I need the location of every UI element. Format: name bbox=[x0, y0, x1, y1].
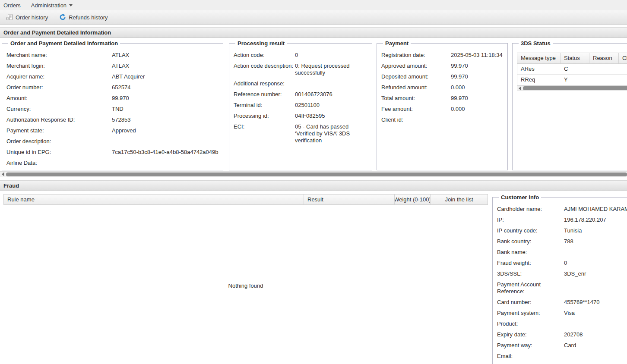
field-value: 196.178.220.207 bbox=[564, 217, 627, 223]
field-label: Client id: bbox=[381, 116, 451, 123]
field-row: IP country code:Tunisia bbox=[497, 227, 627, 234]
field-label: Total amount: bbox=[381, 95, 451, 102]
field-label: IP country code: bbox=[497, 227, 564, 234]
payment-panel: Payment Registration date:2025-05-03 11:… bbox=[377, 40, 508, 170]
fraud-col-weight[interactable]: Weight (0-100) bbox=[395, 195, 431, 204]
main-horizontal-scrollbar[interactable] bbox=[0, 171, 627, 177]
field-row: Registration date:2025-05-03 11:18:34 bbox=[381, 52, 503, 59]
payment-rows: Registration date:2025-05-03 11:18:34App… bbox=[381, 52, 503, 123]
field-label: Reference number: bbox=[234, 91, 295, 98]
cell-status: Y bbox=[560, 75, 589, 85]
field-row: Additional response: bbox=[234, 80, 367, 87]
fraud-col-result[interactable]: Result bbox=[304, 195, 395, 204]
field-row: Payment way:Card bbox=[497, 342, 627, 349]
field-value: 3DS_enr bbox=[564, 270, 627, 277]
threeds-horizontal-scrollbar[interactable] bbox=[517, 85, 627, 91]
field-row: Approved amount:99.970 bbox=[381, 63, 503, 69]
field-row: Processing id:04IF082595 bbox=[234, 113, 367, 119]
field-label: Refunded amount: bbox=[381, 84, 451, 91]
field-label: Order number: bbox=[6, 84, 112, 91]
field-label: Cardholder name: bbox=[497, 206, 564, 213]
cell-extra bbox=[619, 75, 627, 85]
field-label: Payment Account Reference: bbox=[497, 281, 564, 295]
field-label: Order description: bbox=[6, 138, 112, 145]
field-label: Merchant name: bbox=[6, 52, 112, 59]
empty-state-text: Nothing found bbox=[228, 282, 263, 289]
scroll-left-arrow-icon[interactable] bbox=[517, 86, 523, 91]
page-title: Order and Payment Detailed Information bbox=[3, 29, 111, 36]
field-value: 0.000 bbox=[451, 106, 503, 113]
field-value: Card bbox=[564, 342, 627, 349]
field-label: Action code: bbox=[234, 52, 295, 59]
scrollbar-thumb[interactable] bbox=[6, 173, 627, 176]
threeds-col-reason: Reason bbox=[589, 53, 619, 63]
field-row: Bank country:788 bbox=[497, 238, 627, 245]
field-value: 572853 bbox=[112, 116, 218, 123]
field-row: Payment system:Visa bbox=[497, 310, 627, 317]
field-value bbox=[564, 281, 627, 295]
field-row: IP:196.178.220.207 bbox=[497, 217, 627, 223]
field-row: Payment Account Reference: bbox=[497, 281, 627, 295]
field-value: AJMI MOHAMED KARAM bbox=[564, 206, 627, 213]
field-value: ABT Acquirer bbox=[112, 73, 218, 80]
customer-info-panel: Customer info Cardholder name:AJMI MOHAM… bbox=[492, 194, 627, 364]
field-row: Payment state:Approved bbox=[6, 127, 218, 134]
field-row: Reference number:001406723076 bbox=[234, 91, 367, 98]
top-menu-bar: Orders Administration bbox=[0, 0, 627, 10]
field-value: 202708 bbox=[564, 331, 627, 338]
cell-extra bbox=[619, 64, 627, 74]
field-row: Authorization Response ID:572853 bbox=[6, 116, 218, 123]
cell-status: C bbox=[560, 64, 589, 74]
field-label: 3DS/SSL: bbox=[497, 270, 564, 277]
menu-administration[interactable]: Administration bbox=[31, 2, 73, 9]
field-value: 05 - Card has passed ‘Verified by VISA’ … bbox=[295, 123, 367, 144]
field-value bbox=[112, 138, 218, 145]
field-value bbox=[295, 80, 367, 87]
scroll-left-arrow-icon[interactable] bbox=[0, 172, 6, 177]
field-row: Expiry date:202708 bbox=[497, 331, 627, 338]
refunds-history-icon bbox=[59, 14, 66, 21]
fraud-col-rule-name[interactable]: Rule name bbox=[4, 195, 304, 204]
field-value: 7ca17c50-b3c8-41e0-a4b8-58a4742a049b bbox=[112, 149, 218, 156]
field-value: 0 bbox=[295, 52, 367, 59]
field-value: 02501100 bbox=[295, 102, 367, 109]
refunds-history-label: Refunds history bbox=[69, 14, 108, 21]
field-value: 99.970 bbox=[112, 95, 218, 102]
field-label: Airline Data: bbox=[6, 160, 112, 166]
customer-info-legend: Customer info bbox=[499, 194, 541, 201]
order-history-icon bbox=[6, 14, 13, 21]
fraud-table: Rule name Result Weight (0-100) Join the… bbox=[3, 194, 488, 364]
field-row: ECI:05 - Card has passed ‘Verified by VI… bbox=[234, 123, 367, 144]
field-label: Payment system: bbox=[497, 310, 564, 317]
field-label: Authorization Response ID: bbox=[6, 116, 112, 123]
page-title-bar: Order and Payment Detailed Information bbox=[0, 27, 627, 38]
table-row: ARes C bbox=[517, 64, 627, 75]
field-value bbox=[564, 320, 627, 327]
field-row: Airline Data: bbox=[6, 160, 218, 166]
order-history-button[interactable]: Order history bbox=[3, 13, 51, 22]
field-label: Fee amount: bbox=[381, 106, 451, 113]
cell-message-type: RReq bbox=[517, 75, 560, 85]
field-value: ATLAX bbox=[112, 52, 218, 59]
field-label: Bank country: bbox=[497, 238, 564, 245]
cell-reason bbox=[589, 75, 619, 85]
order-info-legend: Order and Payment Detailed Information bbox=[8, 40, 120, 47]
field-label: Payment way: bbox=[497, 342, 564, 349]
menu-administration-label: Administration bbox=[31, 2, 66, 9]
field-label: Expiry date: bbox=[497, 331, 564, 338]
fraud-col-join-the-list[interactable]: Join the list bbox=[431, 195, 488, 204]
chevron-down-icon bbox=[69, 4, 73, 6]
scrollbar-thumb[interactable] bbox=[523, 86, 627, 90]
table-row: RReq Y bbox=[517, 75, 627, 85]
field-row: Product: bbox=[497, 320, 627, 327]
field-row: Unique id in EPG:7ca17c50-b3c8-41e0-a4b8… bbox=[6, 149, 218, 156]
order-info-panel: Order and Payment Detailed Information M… bbox=[2, 40, 223, 170]
field-row: 3DS/SSL:3DS_enr bbox=[497, 270, 627, 277]
field-label: ECI: bbox=[234, 123, 295, 144]
refunds-history-button[interactable]: Refunds history bbox=[57, 13, 110, 22]
field-label: Action code description: bbox=[234, 63, 295, 76]
field-label: IP: bbox=[497, 217, 564, 223]
field-value bbox=[564, 249, 627, 256]
menu-orders[interactable]: Orders bbox=[3, 2, 21, 9]
field-row: Order number:652574 bbox=[6, 84, 218, 91]
